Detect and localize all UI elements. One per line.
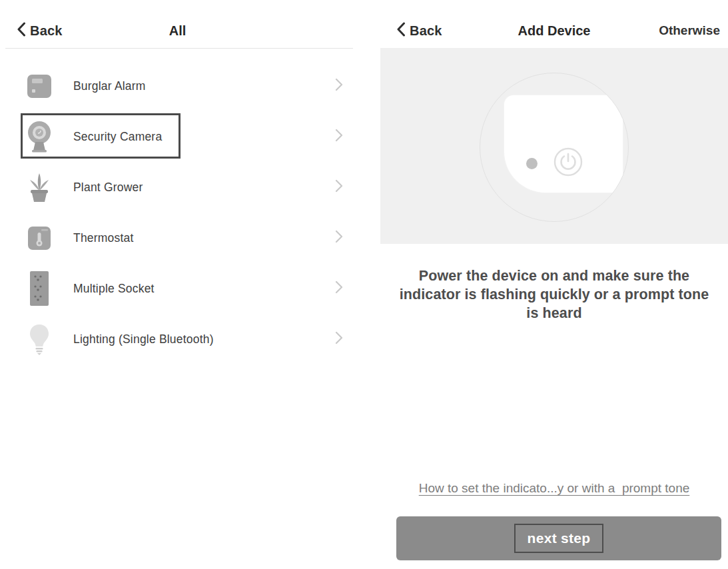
- list-item-label: Plant Grower: [73, 181, 143, 195]
- device-list-screen: Back All Burglar Alarm: [0, 0, 355, 569]
- list-item-plant-grower[interactable]: Plant Grower: [0, 162, 355, 213]
- list-item-security-camera[interactable]: Security Camera: [0, 111, 355, 162]
- device-illustration-area: [380, 48, 728, 244]
- right-header: Back Add Device Otherwise: [380, 16, 728, 45]
- list-item-multiple-socket[interactable]: Multiple Socket: [0, 263, 355, 314]
- add-device-screen: Back Add Device Otherwise Power the devi…: [380, 0, 728, 569]
- chevron-right-icon: [335, 179, 343, 195]
- list-item-label: Multiple Socket: [73, 282, 155, 296]
- multiple-socket-icon: [25, 271, 54, 306]
- list-item-thermostat[interactable]: Thermostat: [0, 213, 355, 263]
- otherwise-button[interactable]: Otherwise: [659, 23, 720, 38]
- burglar-alarm-icon: [25, 69, 54, 103]
- security-camera-icon: [25, 119, 54, 154]
- chevron-right-icon: [335, 281, 343, 296]
- how-to-set-indicator-link[interactable]: How to set the indicato...y or with a pr…: [380, 481, 728, 496]
- device-illustration-circle: [480, 73, 629, 222]
- next-step-button-label: next step: [514, 524, 604, 553]
- power-button-icon: [553, 147, 583, 177]
- list-item-burglar-alarm[interactable]: Burglar Alarm: [0, 61, 355, 111]
- chevron-right-icon: [335, 129, 343, 145]
- chevron-right-icon: [335, 331, 343, 347]
- list-item-label: Burglar Alarm: [73, 79, 146, 93]
- list-item-label: Security Camera: [73, 130, 162, 144]
- indicator-led-dot: [526, 158, 538, 169]
- device-body-shape: [504, 95, 623, 193]
- header-divider: [5, 48, 353, 49]
- left-page-title: All: [0, 23, 355, 39]
- list-item-label: Thermostat: [73, 231, 134, 245]
- next-step-button[interactable]: next step: [396, 516, 721, 560]
- instruction-text: Power the device on and make sure the in…: [394, 267, 714, 322]
- device-list: Burglar Alarm: [0, 61, 355, 364]
- chevron-right-icon: [335, 230, 343, 246]
- list-item-lighting-single-bluetooth[interactable]: Lighting (Single Bluetooth): [0, 314, 355, 364]
- light-bulb-icon: [25, 322, 54, 356]
- chevron-right-icon: [335, 78, 343, 94]
- left-header: Back All: [0, 16, 355, 45]
- plant-grower-icon: [25, 170, 54, 205]
- screenshot-canvas: Back All Burglar Alarm: [0, 0, 728, 569]
- list-item-label: Lighting (Single Bluetooth): [73, 332, 214, 346]
- thermostat-icon: [25, 221, 54, 255]
